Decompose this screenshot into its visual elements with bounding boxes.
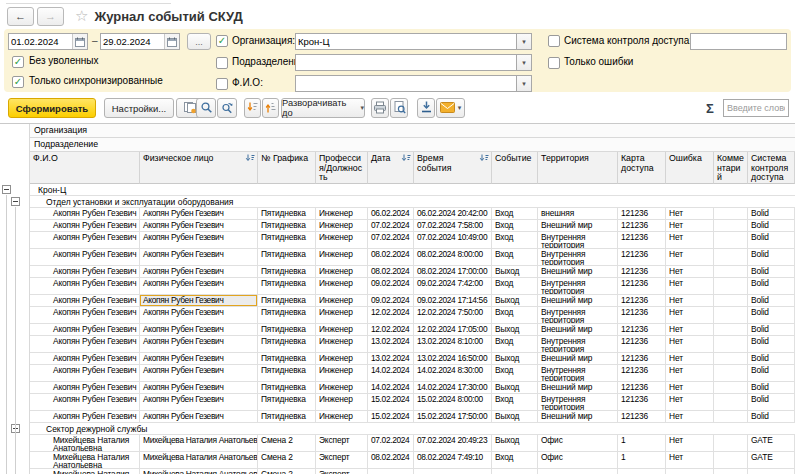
cell-error[interactable]: Нет xyxy=(666,295,714,307)
cell-fio[interactable]: Акопян Рубен Гезевич xyxy=(30,394,140,411)
cell-comment[interactable] xyxy=(714,266,748,278)
cell-error[interactable]: Нет xyxy=(666,266,714,278)
cell-fio[interactable]: Акопян Рубен Гезевич xyxy=(30,382,140,394)
cell-system[interactable]: Bolid xyxy=(748,411,795,423)
cell-event[interactable] xyxy=(492,469,538,474)
expand-groups-icon-button[interactable] xyxy=(244,98,261,118)
cell-date[interactable] xyxy=(368,469,414,474)
cell-event[interactable]: Вход xyxy=(492,336,538,353)
cell-system[interactable]: Bolid xyxy=(748,382,795,394)
sort-ascending-icon[interactable] xyxy=(245,154,255,166)
cell-fio[interactable]: Акопян Рубен Гезевич xyxy=(30,336,140,353)
cell-person[interactable]: Акопян Рубен Гезевич xyxy=(140,307,258,324)
cell-comment[interactable] xyxy=(714,469,748,474)
print-button[interactable] xyxy=(371,98,389,118)
cell-time[interactable]: 08.02.2024 17:00:00 xyxy=(414,266,492,278)
cell-territory[interactable]: внешняя территория xyxy=(538,208,618,220)
cell-date[interactable]: 12.02.2024 xyxy=(368,307,414,324)
cell-fio[interactable]: Акопян Рубен Гезевич xyxy=(30,365,140,382)
cell-event[interactable]: Вход xyxy=(492,278,538,295)
cell-system[interactable]: Bolid xyxy=(748,295,795,307)
cell-time[interactable]: 06.02.2024 20:42:00 xyxy=(414,208,492,220)
cell-comment[interactable] xyxy=(714,324,748,336)
cell-time[interactable] xyxy=(414,469,492,474)
cell-time[interactable]: 08.02.2024 7:49:10 xyxy=(414,452,492,469)
cell-date[interactable]: 15.02.2024 xyxy=(368,411,414,423)
cell-event[interactable]: Вход xyxy=(492,249,538,266)
department-checkbox[interactable] xyxy=(216,57,228,69)
cell-territory[interactable]: Внешний мир xyxy=(538,324,618,336)
cell-territory[interactable]: Внешний мир xyxy=(538,382,618,394)
cell-error[interactable]: Нет xyxy=(666,382,714,394)
cell-profession[interactable]: Инженер xyxy=(316,249,368,266)
cell-schedule[interactable]: Пятидневка xyxy=(258,324,316,336)
print-preview-button[interactable] xyxy=(390,98,408,118)
cell-system[interactable]: Bolid xyxy=(748,307,795,324)
cell-schedule[interactable]: Пятидневка xyxy=(258,365,316,382)
cell-comment[interactable] xyxy=(714,353,748,365)
quick-search-input[interactable] xyxy=(723,99,789,117)
col-header-comment[interactable]: Комментарий xyxy=(714,152,748,184)
cell-territory[interactable]: Внутренняя территория xyxy=(538,336,618,353)
cell-time[interactable]: 14.02.2024 17:30:00 xyxy=(414,382,492,394)
synced-only-checkbox[interactable]: ✓ xyxy=(12,76,24,88)
cell-time[interactable]: 07.02.2024 7:58:00 xyxy=(414,220,492,232)
cell-comment[interactable] xyxy=(714,435,748,452)
cell-date[interactable]: 14.02.2024 xyxy=(368,365,414,382)
cell-date[interactable]: 12.02.2024 xyxy=(368,324,414,336)
cell-schedule[interactable]: Пятидневка xyxy=(258,232,316,249)
fio-input[interactable] xyxy=(296,76,516,91)
organization-dropdown-button[interactable]: ▾ xyxy=(517,33,532,50)
cell-profession[interactable]: Инженер xyxy=(316,336,368,353)
cell-schedule[interactable]: Пятидневка xyxy=(258,394,316,411)
find-button[interactable] xyxy=(196,98,216,118)
send-email-button[interactable]: ▾ xyxy=(436,98,465,118)
cell-person[interactable]: Акопян Рубен Гезевич xyxy=(140,249,258,266)
cell-schedule[interactable]: Пятидневка xyxy=(258,220,316,232)
calendar-icon[interactable] xyxy=(164,34,179,49)
cell-event[interactable]: Выход xyxy=(492,353,538,365)
cell-person[interactable]: Акопян Рубен Гезевич xyxy=(140,394,258,411)
cell-territory[interactable]: Внутренняя территория xyxy=(538,278,618,295)
cell-fio[interactable]: Михейцева Наталия Анатольевна xyxy=(30,435,140,452)
cell-territory[interactable]: Внешний мир xyxy=(538,266,618,278)
cell-comment[interactable] xyxy=(714,394,748,411)
cell-error[interactable]: Нет xyxy=(666,353,714,365)
cell-person[interactable]: Акопян Рубен Гезевич xyxy=(140,208,258,220)
cell-event[interactable]: Выход xyxy=(492,295,538,307)
group-label[interactable]: Сектор дежурной службы xyxy=(30,423,795,435)
cell-time[interactable]: 13.02.2024 16:50:00 xyxy=(414,353,492,365)
cell-time[interactable]: 07.02.2024 10:49:00 xyxy=(414,232,492,249)
col-header-system[interactable]: Система контроля доступа xyxy=(748,152,795,184)
cell-card[interactable]: 121236 xyxy=(618,353,666,365)
cell-person[interactable]: Акопян Рубен Гезевич xyxy=(140,365,258,382)
cell-time[interactable]: 12.02.2024 7:50:00 xyxy=(414,307,492,324)
fio-dropdown-button[interactable]: ▾ xyxy=(517,75,532,92)
cell-fio[interactable]: Акопян Рубен Гезевич xyxy=(30,208,140,220)
cell-territory[interactable]: Внешний мир xyxy=(538,411,618,423)
forward-button[interactable]: → xyxy=(37,7,64,26)
cell-schedule[interactable]: Пятидневка xyxy=(258,295,316,307)
cell-comment[interactable] xyxy=(714,220,748,232)
cell-profession[interactable]: Инженер xyxy=(316,208,368,220)
cell-territory[interactable]: Внутренняя территория xyxy=(538,232,618,249)
cell-event[interactable]: Выход xyxy=(492,382,538,394)
cell-profession[interactable]: Инженер xyxy=(316,382,368,394)
cell-schedule[interactable]: Смена 2 xyxy=(258,452,316,469)
cell-person[interactable]: Михейцева Наталия Анатольевна xyxy=(140,469,258,474)
acs-input[interactable] xyxy=(691,34,786,49)
cell-card[interactable]: 121236 xyxy=(618,249,666,266)
cell-time[interactable]: 08.02.2024 8:00:00 xyxy=(414,249,492,266)
department-input[interactable] xyxy=(296,55,516,70)
cell-date[interactable]: 09.02.2024 xyxy=(368,278,414,295)
cell-card[interactable]: 121236 xyxy=(618,278,666,295)
cell-event[interactable]: Выход xyxy=(492,324,538,336)
cell-person[interactable]: Михейцева Наталия Анатольевна xyxy=(140,435,258,452)
cell-schedule[interactable]: Пятидневка xyxy=(258,208,316,220)
fio-checkbox[interactable] xyxy=(216,78,228,90)
generate-button[interactable]: Сформировать xyxy=(8,98,96,118)
cell-system[interactable]: GATE xyxy=(748,435,795,452)
settings-button[interactable]: Настройки... xyxy=(104,98,174,118)
collapse-groups-icon-button[interactable] xyxy=(262,98,279,118)
cell-date[interactable]: 13.02.2024 xyxy=(368,336,414,353)
